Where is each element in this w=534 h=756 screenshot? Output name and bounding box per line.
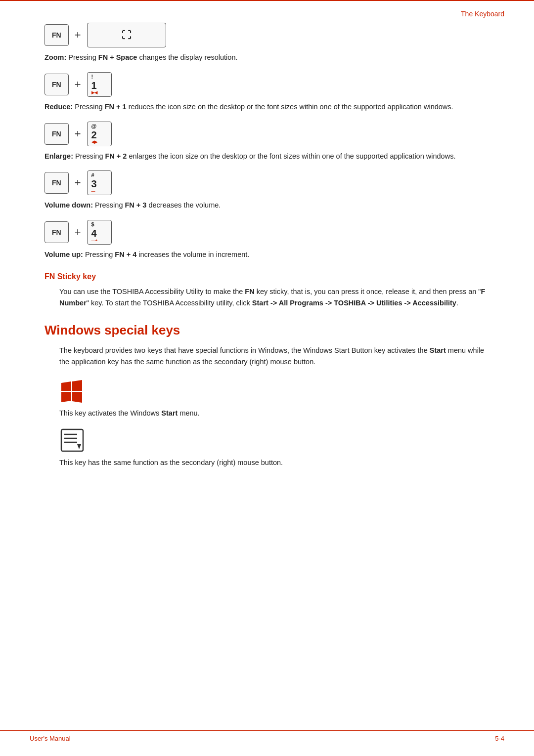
- key3-top: #: [91, 172, 94, 178]
- zoom-key-combo: FN + ⛶: [44, 23, 490, 47]
- app-menu-icon: [59, 427, 85, 453]
- zoom-icon: ⛶: [122, 30, 132, 41]
- key2-top: @: [91, 124, 97, 129]
- key1-top: !: [91, 74, 93, 80]
- space-key-zoom: ⛶: [87, 23, 166, 47]
- svg-marker-0: [61, 381, 71, 391]
- key2-main: 2: [91, 130, 97, 140]
- fn-key-volup: FN: [44, 221, 69, 243]
- windows-logo-icon: [59, 378, 85, 404]
- key1-main: 1: [91, 81, 97, 90]
- fn-key-zoom: FN: [44, 24, 69, 46]
- fn-key-voldown: FN: [44, 172, 69, 194]
- volup-section: FN + $ 4 —+ Volume up: Pressing FN + 4 i…: [44, 220, 490, 260]
- svg-rect-4: [61, 429, 83, 451]
- plus-zoom: +: [75, 29, 81, 42]
- svg-marker-8: [77, 444, 81, 449]
- plus-reduce: +: [75, 78, 81, 91]
- reduce-desc: Reduce: Pressing FN + 1 reduces the icon…: [44, 102, 490, 113]
- key-3: # 3 —: [87, 170, 112, 195]
- enlarge-section: FN + @ 2 ◀▶ Enlarge: Pressing FN + 2 enl…: [44, 122, 490, 162]
- enlarge-desc: Enlarge: Pressing FN + 2 enlarges the ic…: [44, 151, 490, 162]
- key-2: @ 2 ◀▶: [87, 122, 112, 146]
- key2-bottom: ◀▶: [91, 140, 97, 144]
- svg-marker-2: [61, 392, 71, 402]
- fn-sticky-title: FN Sticky key: [44, 272, 490, 281]
- plus-voldown: +: [75, 176, 81, 189]
- svg-marker-3: [72, 392, 82, 403]
- page-header: The Keyboard: [0, 0, 534, 18]
- key3-main: 3: [91, 179, 97, 189]
- zoom-section: FN + ⛶ Zoom: Pressing FN + Space changes…: [44, 23, 490, 63]
- reduce-key-combo: FN + ! 1 ▶◀: [44, 72, 490, 97]
- key1-bottom: ▶◀: [91, 90, 97, 95]
- volup-key-combo: FN + $ 4 —+: [44, 220, 490, 245]
- key-1: ! 1 ▶◀: [87, 72, 112, 97]
- key4-top: $: [91, 222, 94, 227]
- enlarge-key-combo: FN + @ 2 ◀▶: [44, 122, 490, 146]
- voldown-section: FN + # 3 — Volume down: Pressing FN + 3 …: [44, 170, 490, 211]
- key4-main: 4: [91, 228, 97, 238]
- plus-enlarge: +: [75, 127, 81, 140]
- windows-keys-title: Windows special keys: [44, 323, 490, 338]
- fn-key-reduce: FN: [44, 74, 69, 95]
- app-menu-key-item: This key has the same function as the se…: [59, 427, 490, 468]
- voldown-desc: Volume down: Pressing FN + 3 decreases t…: [44, 200, 490, 211]
- windows-special-section: Windows special keys The keyboard provid…: [44, 323, 490, 468]
- footer-right: 5-4: [495, 735, 504, 742]
- fn-sticky-section: FN Sticky key You can use the TOSHIBA Ac…: [44, 272, 490, 309]
- fn-key-enlarge: FN: [44, 123, 69, 145]
- header-title: The Keyboard: [461, 10, 504, 18]
- footer-left: User's Manual: [30, 735, 71, 742]
- key4-bottom: —+: [91, 238, 98, 243]
- reduce-section: FN + ! 1 ▶◀ Reduce: Pressing FN + 1 redu…: [44, 72, 490, 113]
- svg-marker-1: [72, 380, 82, 391]
- fn-sticky-text: You can use the TOSHIBA Accessibility Ut…: [59, 286, 490, 309]
- plus-volup: +: [75, 226, 81, 239]
- zoom-desc: Zoom: Pressing FN + Space changes the di…: [44, 52, 490, 63]
- volup-desc: Volume up: Pressing FN + 4 increases the…: [44, 250, 490, 260]
- windows-logo-key-item: This key activates the Windows Start men…: [59, 378, 490, 419]
- key3-bottom: —: [91, 189, 95, 193]
- voldown-key-combo: FN + # 3 —: [44, 170, 490, 195]
- main-content: FN + ⛶ Zoom: Pressing FN + Space changes…: [0, 23, 534, 507]
- windows-start-desc: This key activates the Windows Start men…: [59, 408, 490, 419]
- app-menu-desc: This key has the same function as the se…: [59, 458, 490, 468]
- windows-intro-text: The keyboard provides two keys that have…: [59, 345, 490, 368]
- page-footer: User's Manual 5-4: [0, 730, 534, 746]
- key-4: $ 4 —+: [87, 220, 112, 245]
